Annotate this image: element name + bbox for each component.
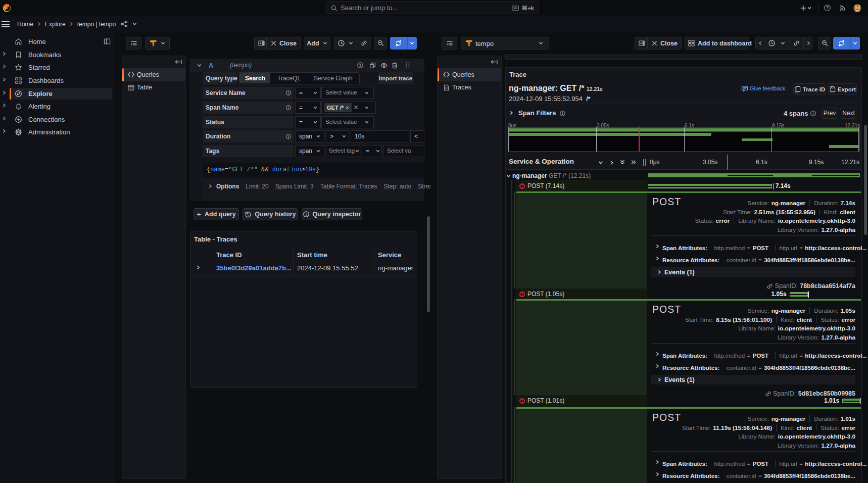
svg-text:?: ? <box>359 63 362 68</box>
svg-text:?: ? <box>826 5 829 10</box>
